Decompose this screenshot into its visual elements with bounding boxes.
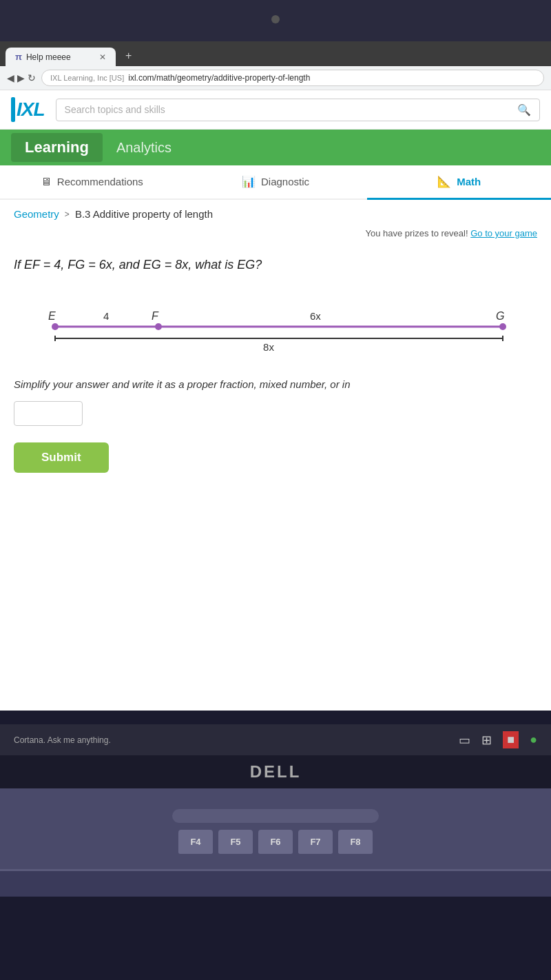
tab-favicon: π <box>15 52 22 62</box>
tab-bar: π Help meeee ✕ + <box>0 41 551 66</box>
site-badge: IXL Learning, Inc [US] <box>50 74 124 82</box>
new-tab-button[interactable]: + <box>117 45 140 66</box>
svg-point-5 <box>499 323 506 330</box>
key-f8-label: F8 <box>348 837 363 847</box>
browser-chrome: π Help meeee ✕ + ◀ ▶ ↻ IXL Learning, Inc… <box>0 41 551 90</box>
nav-analytics[interactable]: Analytics <box>103 134 185 161</box>
svg-text:E: E <box>48 310 56 322</box>
bottom-area <box>0 897 551 952</box>
ixl-nav-bar: Learning Analytics <box>0 130 551 165</box>
tablet-mode-icon[interactable]: ▭ <box>459 733 470 748</box>
tab-close-button[interactable]: ✕ <box>99 52 106 62</box>
question-text: If EF = 4, FG = 6x, and EG = 8x, what is… <box>14 258 537 272</box>
ixl-tabs-row: 🖥 Recommendations 📊 Diagnostic 📐 Math <box>0 165 551 200</box>
keyboard-top-strip <box>172 809 379 823</box>
prize-link[interactable]: Go to your game <box>470 228 537 238</box>
windows-icon[interactable]: ⊞ <box>481 733 492 748</box>
key-f5[interactable]: F5 <box>218 830 253 855</box>
breadcrumb-parent[interactable]: Geometry <box>14 208 59 220</box>
dell-logo: DELL <box>250 762 302 781</box>
key-f6-label: F6 <box>268 837 283 847</box>
prize-banner: You have prizes to reveal! Go to your ga… <box>0 228 551 244</box>
svg-text:F: F <box>152 310 159 322</box>
dell-logo-area: DELL <box>0 755 551 788</box>
laptop-bottom-bezel <box>0 869 551 897</box>
taskbar: Cortana. Ask me anything. ▭ ⊞ ■ ● <box>0 724 551 755</box>
ixl-logo-bar <box>11 97 15 122</box>
taskbar-outer: Cortana. Ask me anything. ▭ ⊞ ■ ● DELL <box>0 711 551 788</box>
tab-diagnostic-label: Diagnostic <box>261 176 309 187</box>
laptop-camera <box>271 15 280 23</box>
action-center-icon[interactable]: ● <box>530 733 537 747</box>
key-f4[interactable]: F4 <box>178 830 213 855</box>
svg-text:G: G <box>496 310 504 322</box>
svg-point-1 <box>52 323 59 330</box>
ixl-header: IXL Search topics and skills 🔍 <box>0 90 551 130</box>
key-f5-label: F5 <box>228 837 243 847</box>
address-bar[interactable]: IXL Learning, Inc [US] ixl.com/math/geom… <box>41 70 544 86</box>
svg-text:4: 4 <box>103 310 109 322</box>
svg-point-3 <box>155 323 162 330</box>
geometry-diagram: E F G 4 6x <box>14 289 537 358</box>
back-button[interactable]: ◀ <box>7 72 14 83</box>
breadcrumb-separator: > <box>65 210 70 219</box>
prize-text: You have prizes to reveal! <box>365 228 468 238</box>
recommendations-icon: 🖥 <box>41 176 52 188</box>
forward-button[interactable]: ▶ <box>17 72 25 83</box>
ixl-website: IXL Search topics and skills 🔍 Learning … <box>0 90 551 711</box>
nav-buttons: ◀ ▶ ↻ <box>7 72 36 83</box>
tab-recommendations-label: Recommendations <box>57 176 143 187</box>
ixl-search-bar[interactable]: Search topics and skills 🔍 <box>56 99 540 121</box>
tab-diagnostic[interactable]: 📊 Diagnostic <box>184 165 368 200</box>
key-f6[interactable]: F6 <box>258 830 293 855</box>
key-f4-label: F4 <box>188 837 203 847</box>
question-area: If EF = 4, FG = 6x, and EG = 8x, what is… <box>0 244 551 487</box>
alert-icon[interactable]: ■ <box>503 731 519 748</box>
tab-recommendations[interactable]: 🖥 Recommendations <box>0 165 184 200</box>
nav-learning[interactable]: Learning <box>11 133 103 162</box>
tab-math-label: Math <box>457 176 481 187</box>
math-icon: 📐 <box>437 175 451 188</box>
instruction-text: Simplify your answer and write it as a p… <box>14 378 537 390</box>
tab-math[interactable]: 📐 Math <box>367 165 551 200</box>
keyboard-area: F4 F5 F6 F7 F8 <box>0 788 551 869</box>
key-f8[interactable]: F8 <box>338 830 373 855</box>
diagram-svg: E F G 4 6x <box>28 289 523 358</box>
taskbar-icons: ▭ ⊞ ■ ● <box>459 731 537 748</box>
diagnostic-icon: 📊 <box>242 175 256 188</box>
svg-text:8x: 8x <box>263 341 274 353</box>
ixl-logo-text[interactable]: IXL <box>17 99 45 121</box>
key-f7-label: F7 <box>308 837 323 847</box>
submit-button[interactable]: Submit <box>14 442 109 473</box>
search-placeholder: Search topics and skills <box>65 104 512 115</box>
url-text: ixl.com/math/geometry/additive-property-… <box>128 73 310 83</box>
answer-input[interactable] <box>14 401 83 426</box>
breadcrumb-current: B.3 Additive property of length <box>75 208 213 220</box>
keyboard-function-row: F4 F5 F6 F7 F8 <box>178 830 373 855</box>
address-bar-row: ◀ ▶ ↻ IXL Learning, Inc [US] ixl.com/mat… <box>0 66 551 90</box>
ixl-logo: IXL <box>11 97 45 122</box>
laptop-top-bezel <box>0 0 551 41</box>
tab-title: Help meeee <box>26 52 71 62</box>
cortana-text: Cortana. Ask me anything. <box>14 735 111 745</box>
svg-text:6x: 6x <box>310 310 321 322</box>
refresh-button[interactable]: ↻ <box>28 72 36 83</box>
search-icon[interactable]: 🔍 <box>517 103 531 116</box>
breadcrumb: Geometry > B.3 Additive property of leng… <box>0 200 551 228</box>
key-f7[interactable]: F7 <box>298 830 333 855</box>
browser-tab[interactable]: π Help meeee ✕ <box>6 48 116 66</box>
